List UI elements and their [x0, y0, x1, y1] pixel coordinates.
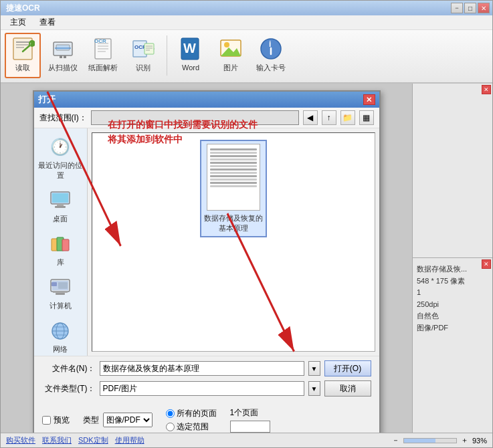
main-window: 捷速OCR － □ ✕ 主页 查看 ↑ [0, 0, 493, 448]
ocr-icon: OCR [130, 35, 157, 62]
toolbar-read-button[interactable]: ↑ 读取 [5, 33, 41, 78]
sidebar-place-recent[interactable]: 🕐 最近访问的位置 [37, 135, 84, 181]
nav-view-button[interactable]: ▦ [359, 110, 374, 125]
open-file-dialog: 打开 ✕ 查找范围(I)： ◀ ↑ 📁 ▦ [33, 90, 381, 433]
all-pages-label[interactable]: 所有的页面 [166, 408, 217, 419]
filename-input[interactable] [100, 361, 304, 376]
filetype-row: 文件类型(T)： ▼ 取消 [42, 380, 371, 397]
zoom-slider[interactable] [403, 438, 457, 443]
minimize-button[interactable]: － [451, 3, 463, 13]
right-panel-top: ✕ [413, 84, 492, 258]
status-link-contact[interactable]: 联系我们 [42, 435, 72, 445]
zoom-slider-track [404, 439, 435, 443]
sidebar-place-network[interactable]: 网络 [37, 319, 84, 354]
computer-icon [48, 275, 72, 300]
toolbar-word-button[interactable]: W Word [173, 33, 209, 78]
page-count-input[interactable] [230, 421, 270, 433]
sidebar-place-desktop[interactable]: 桌面 [37, 189, 84, 224]
nav-up-button[interactable]: ↑ [322, 110, 336, 125]
svg-rect-18 [144, 43, 154, 54]
right-panel-bottom-close[interactable]: ✕ [482, 259, 491, 269]
dialog-close-button[interactable]: ✕ [363, 94, 375, 105]
thumb-line [210, 185, 257, 187]
toolbar-ocr-button[interactable]: OCR 识别 [125, 33, 161, 78]
svg-rect-7 [64, 55, 66, 58]
menu-item-view[interactable]: 查看 [33, 15, 62, 29]
selected-range-label[interactable]: 选定范围 [166, 421, 217, 433]
svg-rect-41 [52, 282, 57, 286]
sidebar-place-library[interactable]: 库 [37, 232, 84, 267]
status-zoom: － ＋ 93% [392, 435, 487, 445]
network-label: 网络 [53, 344, 68, 354]
svg-rect-33 [55, 206, 66, 208]
status-link-sdk[interactable]: SDK定制 [78, 435, 108, 445]
dialog-overlay: 打开 ✕ 查找范围(I)： ◀ ↑ 📁 ▦ [1, 84, 412, 433]
nav-back-button[interactable]: ◀ [303, 110, 318, 125]
content-area: ✕ ✕ 数据存储及恢... 548 * 175 像素 1 250dpi 自然色 … [1, 84, 492, 433]
filetype-input[interactable] [100, 381, 304, 396]
right-panel-top-close[interactable]: ✕ [482, 85, 491, 94]
svg-rect-31 [52, 193, 68, 203]
preview-checkbox[interactable] [42, 416, 51, 425]
status-link-buy[interactable]: 购买软件 [6, 435, 35, 445]
filetype-dropdown[interactable]: ▼ [308, 381, 320, 396]
toolbar-paper-button[interactable]: OCR 纸面解析 [85, 33, 121, 78]
desktop-label: 桌面 [53, 214, 68, 224]
dialog-title-text: 打开 [38, 94, 56, 106]
thumb-line [210, 152, 257, 154]
type-select[interactable]: 图像/PDF [103, 413, 153, 427]
title-bar-buttons: － □ ✕ [451, 3, 490, 13]
type-select-group: 类型 图像/PDF [83, 413, 153, 427]
svg-rect-42 [58, 282, 68, 289]
dialog-toolbar: 查找范围(I)： ◀ ↑ 📁 ▦ [34, 108, 379, 128]
nav-newfolder-button[interactable]: 📁 [340, 110, 355, 125]
filetype-label: 文件类型(T)： [42, 383, 96, 395]
thumb-line [210, 182, 257, 184]
info-line-2: 548 * 175 像素 [417, 275, 488, 288]
menu-item-home[interactable]: 主页 [3, 15, 33, 29]
filename-dropdown[interactable]: ▼ [308, 361, 320, 376]
thumb-line [210, 179, 257, 181]
type-label: 类型 [83, 415, 99, 426]
thumb-line [210, 148, 257, 150]
filename-row: 文件名(N)： ▼ 打开(O) [42, 360, 371, 376]
page-options: 所有的页面 选定范围 [166, 408, 217, 433]
file-item-1[interactable]: 数据存储及恢复的基本原理 [200, 140, 267, 237]
svg-rect-5 [55, 47, 71, 49]
status-bar: 购买软件 联系我们 SDK定制 使用帮助 － ＋ 93% [1, 433, 492, 447]
open-button[interactable]: 打开(O) [324, 360, 371, 376]
toolbar-separator-1 [167, 35, 167, 76]
all-pages-radio[interactable] [166, 409, 175, 418]
desktop-icon [48, 189, 72, 213]
sidebar-place-computer[interactable]: 计算机 [37, 275, 84, 311]
svg-text:W: W [183, 41, 196, 55]
toolbar-card-button[interactable]: i 输入卡号 [253, 33, 289, 78]
toolbar-scan-button[interactable]: 从扫描仪 [45, 33, 81, 78]
image-label: 图片 [223, 64, 238, 72]
paper-label: 纸面解析 [88, 64, 118, 72]
selected-range-radio[interactable] [166, 423, 175, 431]
zoom-minus-button[interactable]: － [392, 435, 399, 445]
close-button[interactable]: ✕ [478, 3, 490, 13]
toolbar-image-button[interactable]: 图片 [213, 33, 249, 78]
location-label: 查找范围(I)： [39, 112, 87, 124]
page-count-group: 1个页面 [230, 407, 270, 433]
info-line-3: 1 [417, 287, 488, 299]
toolbar: ↑ 读取 从扫描仪 [1, 30, 492, 84]
zoom-plus-button[interactable]: ＋ [461, 435, 468, 445]
cancel-button[interactable]: 取消 [324, 380, 371, 397]
restore-button[interactable]: □ [464, 3, 476, 13]
preview-checkbox-label[interactable]: 预览 [42, 415, 70, 426]
dialog-options: 预览 类型 图像/PDF 所有的页面 [34, 405, 379, 433]
filename-label: 文件名(N)： [42, 363, 96, 374]
location-input[interactable] [91, 110, 299, 125]
svg-point-25 [224, 42, 229, 47]
image-icon [217, 35, 244, 62]
status-link-help[interactable]: 使用帮助 [115, 435, 144, 445]
info-icon: i [258, 35, 284, 62]
right-panel-info: ✕ 数据存储及恢... 548 * 175 像素 1 250dpi 自然色 图像… [413, 258, 492, 433]
file-name: 数据存储及恢复的基本原理 [204, 213, 263, 233]
dialog-body: 🕐 最近访问的位置 [34, 128, 379, 356]
title-bar: 捷速OCR － □ ✕ [1, 1, 492, 15]
thumb-line [210, 162, 257, 164]
